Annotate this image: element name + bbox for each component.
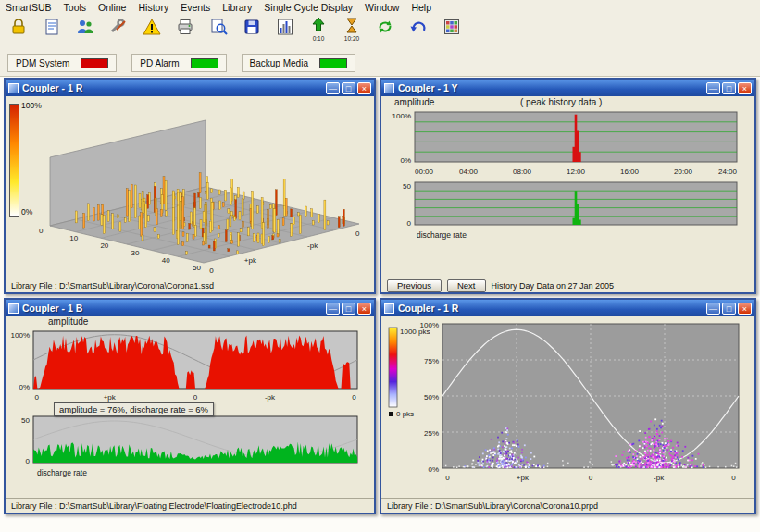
window-coupler-1b-phase: Coupler - 1 B — □ × amplitude 100%0%0+pk… bbox=[4, 298, 376, 514]
close-button[interactable]: × bbox=[738, 303, 752, 315]
svg-text:0: 0 bbox=[26, 457, 31, 465]
menu-item-events[interactable]: Events bbox=[181, 2, 210, 13]
svg-text:50: 50 bbox=[193, 264, 201, 272]
users-icon[interactable] bbox=[71, 16, 99, 49]
titlebar[interactable]: Coupler - 1 R — □ × bbox=[6, 80, 374, 96]
matrix-icon[interactable] bbox=[438, 16, 466, 49]
report-icon[interactable] bbox=[38, 16, 66, 49]
svg-text:20: 20 bbox=[100, 241, 108, 250]
svg-text:100%: 100% bbox=[392, 112, 411, 120]
svg-text:+pk: +pk bbox=[517, 474, 530, 482]
svg-text:-pk: -pk bbox=[307, 241, 318, 250]
window-icon bbox=[8, 303, 19, 314]
titlebar[interactable]: Coupler - 1 R — □ × bbox=[381, 300, 754, 316]
previous-button[interactable]: Previous bbox=[387, 279, 442, 292]
svg-text:04:00: 04:00 bbox=[459, 167, 479, 176]
menu-item-online[interactable]: Online bbox=[98, 2, 126, 13]
history-footer: Previous Next History Day Data on 27 Jan… bbox=[381, 278, 754, 292]
svg-text:16:00: 16:00 bbox=[620, 167, 640, 176]
svg-text:40: 40 bbox=[162, 256, 170, 265]
minimize-button[interactable]: — bbox=[326, 303, 340, 315]
close-button[interactable]: × bbox=[738, 82, 752, 94]
menu-item-library[interactable]: Library bbox=[222, 2, 252, 13]
pdm-system-label: PDM System bbox=[16, 58, 69, 68]
svg-text:00:00: 00:00 bbox=[415, 167, 434, 176]
menu-item-help[interactable]: Help bbox=[411, 2, 431, 13]
svg-text:0%: 0% bbox=[19, 383, 30, 391]
chart-area-phase: amplitude 100%0%0+pk0-pk0500discharge ra… bbox=[6, 316, 374, 498]
maximize-button[interactable]: □ bbox=[342, 303, 355, 315]
svg-text:0: 0 bbox=[445, 474, 450, 482]
svg-text:100%: 100% bbox=[420, 321, 439, 329]
toolbar: 0:10 10:20 bbox=[0, 15, 760, 52]
menu-item-smartsub[interactable]: SmartSUB bbox=[6, 2, 52, 13]
library-file-text: Library File : D:\SmartSub\Library\Float… bbox=[11, 501, 297, 511]
svg-text:0: 0 bbox=[352, 393, 356, 402]
pdm-system-indicator: PDM System bbox=[7, 54, 117, 72]
undo-icon[interactable] bbox=[405, 16, 432, 49]
prpd-scatter-chart: 1000 pks0 pks100%75%50%25%0%0+pk0-pk0 bbox=[381, 318, 754, 496]
window-icon bbox=[8, 83, 19, 93]
backup-media-indicator: Backup Media bbox=[242, 54, 355, 72]
svg-text:0: 0 bbox=[589, 474, 593, 482]
window-title: Coupler - 1 Y bbox=[398, 82, 706, 93]
window-coupler-1r-prpd: Coupler - 1 R — □ × 1000 pks0 pks100%75%… bbox=[380, 298, 756, 514]
svg-text:0: 0 bbox=[209, 266, 214, 275]
svg-text:08:00: 08:00 bbox=[513, 167, 532, 176]
svg-text:0%: 0% bbox=[428, 465, 439, 474]
svg-text:+pk: +pk bbox=[244, 256, 257, 265]
maximize-button[interactable]: □ bbox=[342, 82, 355, 94]
print-icon[interactable] bbox=[171, 16, 199, 49]
window-icon bbox=[384, 83, 394, 93]
alarm-icon[interactable] bbox=[138, 16, 166, 49]
histogram-icon[interactable] bbox=[271, 16, 299, 49]
preview-icon[interactable] bbox=[205, 16, 232, 49]
svg-text:0: 0 bbox=[355, 229, 360, 238]
3d-pd-pattern-chart: 010203040500+pk-pk0 bbox=[22, 96, 374, 278]
backup-media-led bbox=[319, 58, 347, 68]
chart-area-history: amplitude ( peak history data ) 100%0%50… bbox=[381, 96, 754, 278]
close-button[interactable]: × bbox=[357, 303, 371, 315]
menu-item-history[interactable]: History bbox=[138, 2, 168, 13]
menu-item-tools[interactable]: Tools bbox=[64, 2, 87, 13]
svg-text:+pk: +pk bbox=[104, 393, 117, 402]
amplitude-header: amplitude bbox=[394, 97, 434, 107]
window-title: Coupler - 1 R bbox=[398, 303, 706, 314]
peak-history-chart: 100%0%50000:0004:0008:0012:0016:0020:002… bbox=[381, 108, 751, 260]
time-range-icon[interactable]: 10:20 bbox=[338, 16, 366, 49]
window-coupler-1r-3d: Coupler - 1 R — □ × 100% 0% 010203040500… bbox=[4, 78, 376, 294]
svg-text:50%: 50% bbox=[424, 393, 439, 402]
lock-icon[interactable] bbox=[5, 16, 32, 49]
minimize-button[interactable]: — bbox=[326, 82, 340, 94]
window-title: Coupler - 1 B bbox=[22, 303, 326, 314]
refresh-icon[interactable] bbox=[371, 16, 399, 49]
library-file-text: Library File : D:\SmartSub\Library\Coron… bbox=[387, 501, 598, 511]
next-button[interactable]: Next bbox=[447, 279, 486, 292]
titlebar[interactable]: Coupler - 1 Y — □ × bbox=[381, 80, 754, 96]
step-forward-icon[interactable]: 0:10 bbox=[305, 16, 332, 49]
tools-icon[interactable] bbox=[105, 16, 132, 49]
titlebar[interactable]: Coupler - 1 B — □ × bbox=[6, 300, 374, 316]
svg-text:100%: 100% bbox=[11, 331, 30, 340]
svg-text:0: 0 bbox=[193, 393, 198, 402]
close-button[interactable]: × bbox=[357, 82, 371, 94]
svg-text:50: 50 bbox=[21, 416, 30, 425]
svg-text:0%: 0% bbox=[400, 156, 411, 165]
svg-text:discharge rate: discharge rate bbox=[37, 468, 87, 477]
maximize-button[interactable]: □ bbox=[722, 82, 736, 94]
save-icon[interactable] bbox=[238, 16, 266, 49]
menu-item-window[interactable]: Window bbox=[365, 2, 399, 13]
svg-text:-pk: -pk bbox=[654, 474, 665, 482]
maximize-button[interactable]: □ bbox=[722, 303, 736, 315]
pd-alarm-label: PD Alarm bbox=[140, 58, 179, 68]
status-indicator-row: PDM System PD Alarm Backup Media bbox=[0, 52, 760, 74]
backup-media-label: Backup Media bbox=[250, 58, 308, 68]
minimize-button[interactable]: — bbox=[706, 82, 720, 94]
svg-text:50: 50 bbox=[403, 182, 411, 191]
svg-text:0 pks: 0 pks bbox=[396, 410, 414, 418]
minimize-button[interactable]: — bbox=[706, 303, 720, 315]
svg-text:-pk: -pk bbox=[265, 393, 276, 402]
menu-item-single-cycle-display[interactable]: Single Cycle Display bbox=[264, 2, 353, 13]
svg-text:75%: 75% bbox=[424, 357, 439, 365]
time-range-label: 10:20 bbox=[344, 35, 359, 42]
